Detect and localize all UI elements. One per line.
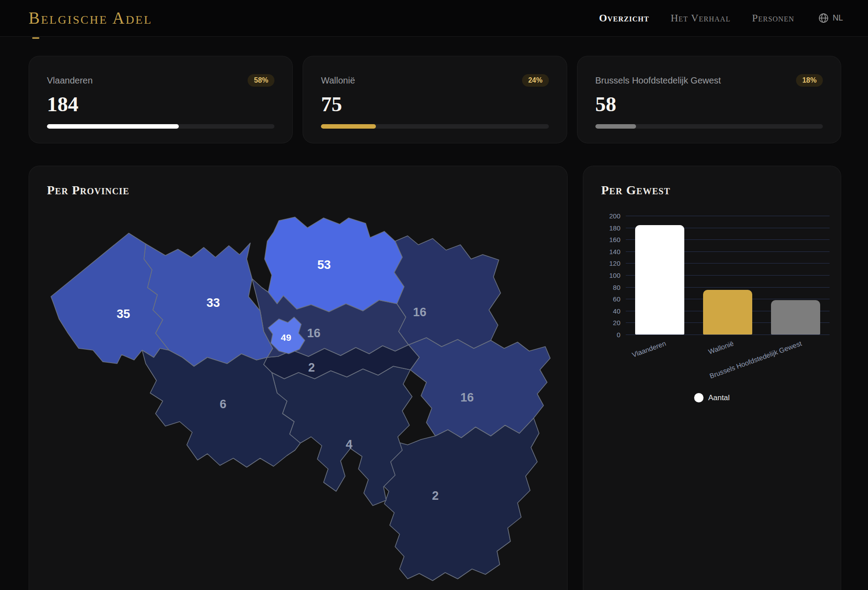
stat-label: Vlaanderen xyxy=(47,75,93,86)
legend-dot xyxy=(694,393,704,402)
percent-badge: 24% xyxy=(522,74,549,87)
language-label: NL xyxy=(833,13,843,23)
province-value-namen: 4 xyxy=(346,438,352,451)
province-value-west-vlaanderen: 35 xyxy=(117,307,130,321)
gridline xyxy=(626,216,830,216)
bar-brussels-hoofdstedelijk-gewest[interactable] xyxy=(771,300,820,335)
stats-row: Vlaanderen 58% 184 Wallonië 24% 75 Bruss… xyxy=(29,56,841,143)
y-axis-tick: 180 xyxy=(596,224,620,231)
map-card: Per Provincie 35 33 xyxy=(29,166,568,590)
y-axis-tick: 80 xyxy=(596,283,620,291)
stat-card-wallonie: Wallonië 24% 75 xyxy=(303,56,567,143)
province-value-limburg: 16 xyxy=(413,305,426,319)
stat-value: 75 xyxy=(321,94,548,115)
progress-track xyxy=(595,124,823,129)
province-value-vlaams-brabant: 16 xyxy=(307,326,320,340)
progress-fill xyxy=(595,124,636,129)
app-logo: Belgische Adel xyxy=(29,8,152,28)
percent-badge: 18% xyxy=(796,74,823,87)
bar-walloni-[interactable] xyxy=(703,290,752,335)
stat-label: Wallonië xyxy=(321,75,355,86)
main-nav: Overzicht Het Verhaal Personen NL xyxy=(599,13,843,24)
province-value-waals-brabant: 2 xyxy=(308,361,315,374)
top-nav-bar: Belgische Adel Overzicht Het Verhaal Per… xyxy=(0,0,868,37)
province-value-henegouwen: 6 xyxy=(219,398,226,411)
y-axis-tick: 200 xyxy=(596,212,620,220)
language-switcher[interactable]: NL xyxy=(818,13,843,23)
chart-card: Per Gewest 020406080100120140160180200Vl… xyxy=(583,166,841,590)
progress-fill xyxy=(321,124,375,129)
stat-card-brussels: Brussels Hoofdstedelijk Gewest 18% 58 xyxy=(577,56,841,143)
province-luik[interactable] xyxy=(409,338,550,438)
stat-label: Brussels Hoofdstedelijk Gewest xyxy=(595,75,721,86)
chart-legend[interactable]: Aantal xyxy=(583,393,841,402)
progress-track xyxy=(321,124,548,129)
y-axis-tick: 120 xyxy=(596,259,620,267)
province-value-antwerpen: 53 xyxy=(317,258,331,272)
content-row: Per Provincie 35 33 xyxy=(29,166,841,590)
y-axis-tick: 60 xyxy=(596,295,620,303)
y-axis-tick: 20 xyxy=(596,319,620,326)
percent-badge: 58% xyxy=(248,74,274,87)
nav-personen[interactable]: Personen xyxy=(752,13,794,24)
legend-label: Aantal xyxy=(708,393,729,402)
y-axis-tick: 140 xyxy=(596,247,620,255)
y-axis-tick: 100 xyxy=(596,272,620,279)
y-axis-tick: 40 xyxy=(596,307,620,314)
bar-vlaanderen[interactable] xyxy=(635,225,684,335)
province-value-oost-vlaanderen: 33 xyxy=(206,296,220,310)
stat-value: 58 xyxy=(595,94,823,115)
province-antwerpen[interactable] xyxy=(265,217,404,312)
province-value-brussel: 49 xyxy=(281,332,291,343)
gridline xyxy=(626,335,830,335)
y-axis-tick: 160 xyxy=(596,236,620,243)
belgium-map: 35 33 53 16 16 49 2 6 4 16 2 xyxy=(50,216,551,584)
stat-value: 184 xyxy=(47,94,274,115)
progress-fill xyxy=(47,124,179,129)
stat-card-vlaanderen: Vlaanderen 58% 184 xyxy=(29,56,293,143)
globe-icon xyxy=(818,13,829,23)
chart-card-title: Per Gewest xyxy=(601,183,670,197)
nav-het-verhaal[interactable]: Het Verhaal xyxy=(670,13,730,24)
province-value-luik: 16 xyxy=(460,391,474,404)
province-limburg[interactable] xyxy=(394,236,501,348)
progress-track xyxy=(47,124,274,129)
x-axis-label: Wallonië xyxy=(708,339,735,356)
nav-overzicht[interactable]: Overzicht xyxy=(599,13,649,24)
bar-chart: 020406080100120140160180200VlaanderenWal… xyxy=(626,216,830,335)
province-value-luxemburg: 2 xyxy=(432,489,438,502)
map-card-title: Per Provincie xyxy=(47,183,129,197)
y-axis-tick: 0 xyxy=(596,331,620,339)
x-axis-label: Vlaanderen xyxy=(631,339,667,359)
